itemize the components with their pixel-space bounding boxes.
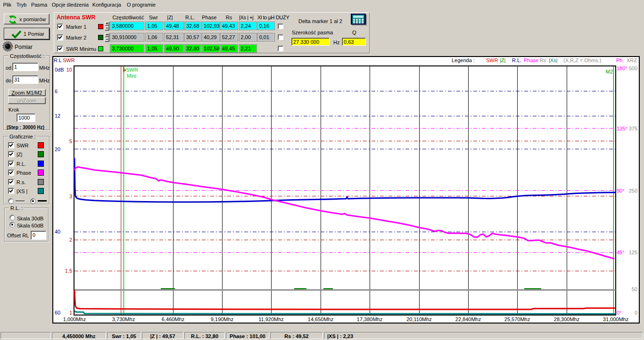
svg-text:XRZ: XRZ bbox=[627, 57, 637, 63]
svg-text:M2: M2 bbox=[606, 69, 613, 74]
svg-text:0dB: 0dB bbox=[55, 67, 64, 73]
svg-text:28,300Mhz: 28,300Mhz bbox=[554, 316, 579, 322]
svg-text:6: 6 bbox=[55, 89, 58, 94]
svg-text:2: 2 bbox=[69, 237, 72, 243]
svg-text:0: 0 bbox=[635, 310, 637, 316]
svg-text:3: 3 bbox=[69, 194, 72, 199]
svg-text:Legenda :: Legenda : bbox=[452, 57, 475, 63]
svg-text:125: 125 bbox=[629, 250, 637, 255]
svg-text:375: 375 bbox=[629, 126, 637, 131]
svg-text:60: 60 bbox=[55, 310, 60, 316]
svg-text:|Xs|: |Xs| bbox=[549, 57, 558, 63]
svg-text:17,380Mhz: 17,380Mhz bbox=[357, 316, 382, 322]
svg-text:SWR: SWR bbox=[486, 57, 498, 63]
svg-text:SWR: SWR bbox=[126, 67, 138, 73]
svg-text:12: 12 bbox=[55, 113, 60, 119]
svg-text:1,000Mhz: 1,000Mhz bbox=[63, 316, 86, 322]
svg-text:31,000Mhz: 31,000Mhz bbox=[603, 316, 628, 322]
svg-text:9,190Mhz: 9,190Mhz bbox=[211, 316, 233, 322]
svg-text:0°: 0° bbox=[617, 310, 622, 316]
svg-text:Phase: Phase bbox=[524, 57, 538, 63]
svg-text:500: 500 bbox=[629, 65, 637, 71]
svg-text:R.L.: R.L. bbox=[512, 57, 521, 63]
svg-text:5: 5 bbox=[69, 138, 72, 144]
svg-text:135°: 135° bbox=[617, 126, 627, 131]
svg-text:250: 250 bbox=[629, 188, 637, 194]
svg-text:50: 50 bbox=[632, 286, 637, 292]
svg-text:14,650Mhz: 14,650Mhz bbox=[308, 316, 333, 322]
svg-text:6,460Mhz: 6,460Mhz bbox=[162, 316, 184, 322]
svg-text:|Z|: |Z| bbox=[500, 57, 505, 63]
svg-text:20,110Mhz: 20,110Mhz bbox=[406, 316, 432, 322]
svg-text:SWR: SWR bbox=[63, 57, 75, 63]
svg-text:25,570Mhz: 25,570Mhz bbox=[504, 316, 530, 322]
svg-text:180°: 180° bbox=[617, 65, 627, 71]
svg-text:10: 10 bbox=[66, 67, 72, 73]
svg-text:11,920Mhz: 11,920Mhz bbox=[258, 316, 284, 322]
svg-text:20: 20 bbox=[55, 146, 60, 152]
svg-text:Mini: Mini bbox=[127, 73, 136, 79]
svg-text:Rs: Rs bbox=[540, 57, 546, 63]
svg-text:40: 40 bbox=[55, 229, 60, 235]
svg-text:R.L: R.L bbox=[54, 57, 62, 63]
svg-text:3,730Mhz: 3,730Mhz bbox=[112, 316, 135, 322]
svg-text:Ph.: Ph. bbox=[616, 57, 624, 63]
svg-text:22,840Mhz: 22,840Mhz bbox=[455, 316, 481, 322]
svg-text:1: 1 bbox=[69, 310, 72, 316]
svg-text:45°: 45° bbox=[617, 250, 625, 255]
svg-text:90°: 90° bbox=[617, 188, 625, 194]
svg-text:1.5: 1.5 bbox=[65, 268, 72, 274]
svg-text:(X,R,Z = Ohms.): (X,R,Z = Ohms.) bbox=[563, 57, 601, 63]
